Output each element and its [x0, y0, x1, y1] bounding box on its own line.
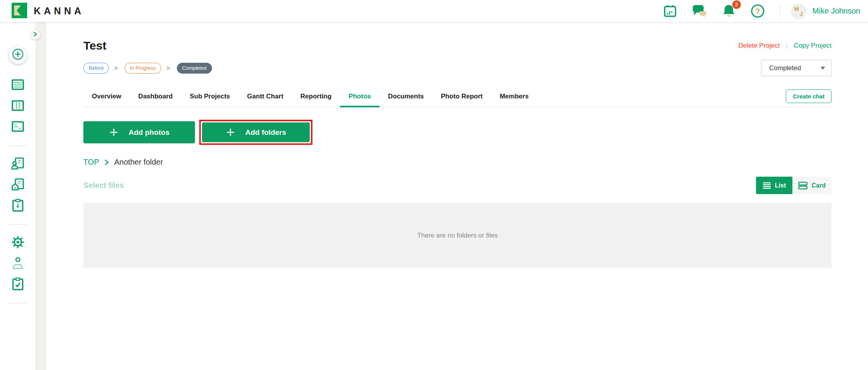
client-doc-icon — [11, 157, 24, 172]
breadcrumb-current-folder: Another folder — [114, 158, 163, 167]
main-content: Test Delete Project | Copy Project Befor… — [47, 22, 868, 370]
page-title: Test — [83, 39, 106, 53]
project-tabs: Overview Dashboard Sub Projects Gantt Ch… — [83, 88, 537, 107]
notification-badge: 2 — [732, 0, 741, 9]
empty-state-message: There are no folders or files — [417, 232, 498, 239]
project-status-select[interactable]: Completed — [761, 60, 832, 76]
create-plus-button[interactable] — [9, 46, 27, 64]
sidebar-divider — [9, 224, 27, 225]
app-shell: Test Delete Project | Copy Project Befor… — [0, 22, 868, 370]
topbar: KANNA 2 — [0, 0, 868, 22]
avatar[interactable]: M J — [791, 3, 806, 19]
sidebar-divider — [9, 146, 27, 146]
status-row: Before In Progress Completed Completed — [83, 60, 832, 76]
card-label: Card — [811, 182, 825, 189]
copy-project-link[interactable]: Copy Project — [794, 42, 832, 50]
chat-icon[interactable] — [692, 4, 707, 18]
board-columns-icon — [12, 100, 24, 113]
flow-arrow-icon — [115, 66, 119, 71]
folder-contents-panel: There are no folders or files — [83, 203, 832, 268]
avatar-initial-top: M — [794, 5, 799, 12]
tab-reporting[interactable]: Reporting — [292, 88, 340, 107]
sidebar-item-projects-list[interactable] — [12, 79, 24, 92]
sidebar-item-board[interactable] — [12, 100, 24, 113]
clipboard-download-icon — [12, 199, 24, 213]
add-photos-button[interactable]: Add photos — [83, 121, 195, 143]
card-view-icon — [798, 182, 808, 189]
card-note-icon — [12, 121, 24, 134]
sidebar-gutter — [35, 22, 47, 370]
kanna-logo-icon — [12, 3, 27, 20]
create-chat-button[interactable]: Create chat — [786, 89, 832, 103]
link-divider: | — [786, 42, 787, 50]
settings-gear-icon — [11, 236, 24, 250]
site-doc-icon — [11, 178, 24, 193]
calendar-icon[interactable] — [663, 4, 677, 18]
tab-members[interactable]: Members — [491, 88, 537, 107]
chevron-down-icon — [820, 67, 825, 70]
sidebar-expand-button[interactable] — [31, 30, 40, 40]
highlight-annotation-box: Add folders — [199, 120, 312, 145]
list-label: List — [775, 182, 786, 189]
plus-icon — [226, 127, 235, 137]
svg-text:?: ? — [755, 7, 760, 15]
tab-dashboard[interactable]: Dashboard — [130, 88, 181, 107]
add-folders-label: Add folders — [245, 128, 286, 137]
sidebar-item-settings[interactable] — [11, 237, 24, 249]
tab-sub-projects[interactable]: Sub Projects — [181, 88, 238, 107]
add-folders-button[interactable]: Add folders — [202, 122, 310, 142]
view-toggle-list[interactable]: List — [756, 177, 792, 194]
brand-logo[interactable]: KANNA — [12, 3, 84, 20]
table-rows-icon — [12, 79, 24, 92]
help-icon[interactable]: ? — [751, 4, 765, 18]
project-header-links: Delete Project | Copy Project — [738, 42, 832, 50]
tabs-row: Overview Dashboard Sub Projects Gantt Ch… — [83, 88, 832, 107]
profile-person-icon — [12, 256, 24, 271]
breadcrumb: TOP Another folder — [83, 158, 832, 167]
files-toolbar: Select files List Ca — [83, 177, 832, 194]
tab-gantt-chart[interactable]: Gantt Chart — [238, 88, 292, 107]
select-files-button[interactable]: Select files — [83, 181, 124, 190]
sidebar-item-clients[interactable] — [11, 158, 24, 170]
delete-project-link[interactable]: Delete Project — [738, 42, 780, 50]
clipboard-check-icon — [12, 277, 24, 292]
plus-icon — [109, 127, 119, 137]
sidebar-item-tasks[interactable] — [12, 279, 24, 291]
status-pill-in-progress: In Progress — [124, 63, 161, 74]
chevron-right-icon — [33, 31, 38, 38]
status-flow: Before In Progress Completed — [83, 63, 212, 74]
sidebar-item-cards[interactable] — [12, 121, 24, 134]
sidebar — [0, 22, 35, 370]
user-name[interactable]: Mike Johnson — [813, 7, 860, 15]
tab-photo-report[interactable]: Photo Report — [432, 88, 491, 107]
tab-overview[interactable]: Overview — [83, 88, 130, 107]
sidebar-divider — [9, 303, 27, 303]
view-toggle-card[interactable]: Card — [792, 177, 832, 194]
sidebar-item-downloads[interactable] — [12, 200, 24, 212]
bell-icon[interactable]: 2 — [722, 4, 736, 19]
sidebar-item-profile[interactable] — [12, 258, 24, 270]
topbar-right: 2 ? M J Mike Johnson — [663, 3, 860, 19]
add-photos-label: Add photos — [129, 128, 170, 137]
status-pill-completed: Completed — [177, 63, 212, 74]
status-pill-before: Before — [83, 63, 109, 74]
breadcrumb-top-link[interactable]: TOP — [83, 158, 99, 167]
brand-name: KANNA — [34, 5, 84, 17]
tab-documents[interactable]: Documents — [380, 88, 433, 107]
avatar-initial-bottom: J — [800, 11, 803, 17]
project-header: Test Delete Project | Copy Project — [83, 39, 832, 53]
list-view-icon — [763, 182, 771, 189]
sidebar-item-sites[interactable] — [11, 179, 24, 191]
photo-actions: Add photos Add folders — [83, 120, 832, 145]
topbar-divider — [780, 4, 780, 18]
tab-photos[interactable]: Photos — [340, 88, 380, 107]
plus-circle-icon — [12, 48, 24, 62]
chevron-right-icon — [104, 159, 109, 166]
view-toggle: List Card — [756, 177, 832, 194]
flow-arrow-icon — [167, 66, 171, 71]
status-select-value: Completed — [769, 64, 801, 72]
